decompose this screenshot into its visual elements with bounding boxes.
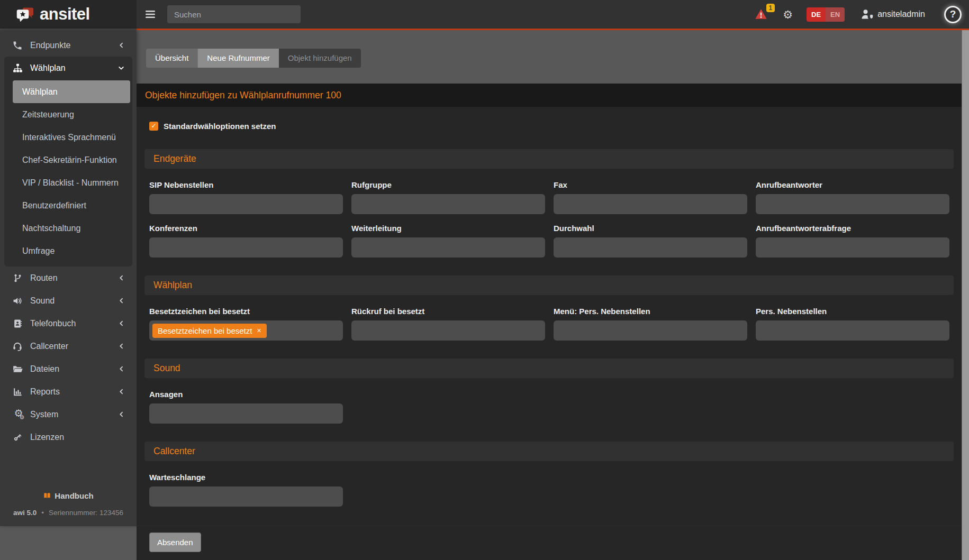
phone-icon xyxy=(12,40,23,51)
section-header-callcenter: Callcenter xyxy=(144,442,954,461)
gears-icon: ⚙⚙ xyxy=(12,408,23,420)
help-button[interactable]: ? xyxy=(944,6,962,23)
volume-icon xyxy=(12,296,23,306)
form-field: Anrufbeantworter xyxy=(756,180,949,214)
anrufbeantworter-input[interactable] xyxy=(756,194,949,214)
pers-nebenstellen-input[interactable] xyxy=(756,320,949,341)
form-field: Rückruf bei besetzt xyxy=(351,307,545,341)
sidebar-item-system[interactable]: ⚙⚙ System xyxy=(4,403,132,426)
form-field: Anrufbeantworterabfrage xyxy=(756,224,949,258)
form-field: Warteschlange xyxy=(149,473,343,507)
sidebar-submenu-waehlplan: Wählplan Zeitsteuerung Interaktives Spra… xyxy=(4,79,132,267)
hamburger-menu-icon[interactable] xyxy=(144,8,157,21)
key-icon xyxy=(12,432,23,443)
vertical-scrollbar[interactable] xyxy=(962,30,969,560)
sidebar-item-label: Wählplan xyxy=(30,63,66,73)
sidebar-item-label: Sound xyxy=(30,296,55,306)
sidebar-item-callcenter[interactable]: Callcenter xyxy=(4,335,132,357)
sidebar-subitem-nachtschaltung[interactable]: Nachtschaltung xyxy=(13,217,130,240)
tab-bar: Übersicht Neue Rufnummer Objekt hinzufüg… xyxy=(146,49,962,68)
sidebar-subitem-umfrage[interactable]: Umfrage xyxy=(13,240,130,262)
rufgruppe-input[interactable] xyxy=(351,194,545,214)
separator-dot: • xyxy=(41,509,44,517)
sidebar-subitem-chef-sekretaerin[interactable]: Chef-Sekretärin-Funktion xyxy=(13,149,130,171)
sidebar-subitem-zeitsteuerung[interactable]: Zeitsteuerung xyxy=(13,103,130,126)
sidebar-item-routen[interactable]: Routen xyxy=(4,267,132,289)
checkbox-checked-icon[interactable]: ✓ xyxy=(149,122,158,131)
language-option-en[interactable]: EN xyxy=(826,7,845,22)
sip-nebenstellen-input[interactable] xyxy=(149,194,343,214)
besetztzeichen-input[interactable]: Besetztzeichen bei besetzt × xyxy=(149,320,343,341)
sidebar-item-label: System xyxy=(30,410,58,419)
submenu-label: Interaktives Sprachmenü xyxy=(22,133,116,142)
weiterleitung-input[interactable] xyxy=(351,237,545,258)
address-book-icon xyxy=(12,318,23,329)
main-content: Übersicht Neue Rufnummer Objekt hinzufüg… xyxy=(137,30,962,560)
form-field: Fax xyxy=(554,180,747,214)
language-option-de[interactable]: DE xyxy=(807,7,826,22)
chat-bubbles-logo-icon xyxy=(16,6,35,22)
chevron-left-icon xyxy=(118,297,125,304)
top-navigation: 1 ⚙ DE EN ansiteladmin ? xyxy=(137,0,969,30)
sidebar-item-reports[interactable]: Reports xyxy=(4,380,132,403)
add-objects-panel: Objekte hinzufügen zu Wählplanrufnummer … xyxy=(137,84,962,560)
callcenter-fields: Warteschlange xyxy=(149,473,949,507)
submenu-label: Wählplan xyxy=(22,87,58,97)
sidebar-item-endpunkte[interactable]: Endpunkte xyxy=(4,34,132,57)
menue-pers-nebenstellen-input[interactable] xyxy=(554,320,747,341)
alerts-button[interactable]: 1 xyxy=(754,8,768,21)
chevron-left-icon xyxy=(118,343,125,350)
sidebar-subitem-benutzerdefiniert[interactable]: Benutzerdefiniert xyxy=(13,194,130,217)
field-label-menue-pers-nebenstellen: Menü: Pers. Nebenstellen xyxy=(554,307,747,316)
sound-fields: Ansagen xyxy=(149,390,949,424)
ansagen-input[interactable] xyxy=(149,403,343,424)
sidebar-footer: Handbuch awi 5.0 • Seriennummer: 123456 xyxy=(0,491,137,526)
sidebar-subitem-vip-blacklist[interactable]: VIP / Blacklist - Nummern xyxy=(13,171,130,194)
rueckruf-input[interactable] xyxy=(351,320,545,341)
brand-logo[interactable]: ansitel xyxy=(0,0,137,30)
chevron-left-icon xyxy=(118,42,125,49)
default-dial-options-checkbox-row[interactable]: ✓ Standardwähloptionen setzen xyxy=(149,121,949,131)
search-input[interactable] xyxy=(167,5,301,23)
form-field: Konferenzen xyxy=(149,224,343,258)
konferenzen-input[interactable] xyxy=(149,237,343,258)
user-menu[interactable]: ansiteladmin xyxy=(861,8,925,20)
submenu-label: Benutzerdefiniert xyxy=(22,201,86,210)
tag-remove-icon[interactable]: × xyxy=(257,327,261,334)
sidebar-subitem-waehlplan[interactable]: Wählplan xyxy=(13,80,130,103)
sidebar-item-sound[interactable]: Sound xyxy=(4,289,132,312)
tab-objekt-hinzufuegen[interactable]: Objekt hinzufügen xyxy=(279,49,361,68)
sidebar-navigation: Endpunkte xyxy=(0,30,137,526)
tab-uebersicht[interactable]: Übersicht xyxy=(146,49,197,68)
headset-icon xyxy=(12,341,23,352)
sidebar-item-dateien[interactable]: Dateien xyxy=(4,357,132,380)
field-label-pers-nebenstellen: Pers. Nebenstellen xyxy=(756,307,949,316)
field-label-konferenzen: Konferenzen xyxy=(149,224,343,233)
section-header-waehlplan: Wählplan xyxy=(144,276,954,295)
settings-gear-icon[interactable]: ⚙ xyxy=(783,9,793,20)
durchwahl-input[interactable] xyxy=(554,237,747,258)
panel-title: Objekte hinzufügen zu Wählplanrufnummer … xyxy=(137,84,962,107)
sidebar-subitem-interaktives-sprachmenue[interactable]: Interaktives Sprachmenü xyxy=(13,126,130,149)
language-toggle: DE EN xyxy=(807,7,845,22)
warteschlange-input[interactable] xyxy=(149,486,343,507)
sidebar-item-telefonbuch[interactable]: Telefonbuch xyxy=(4,312,132,335)
route-branch-icon xyxy=(12,273,23,283)
top-bar: ansitel 1 xyxy=(0,0,969,30)
submit-button[interactable]: Absenden xyxy=(149,533,201,552)
manual-link[interactable]: Handbuch xyxy=(43,491,93,500)
anrufbeantworterabfrage-input[interactable] xyxy=(756,237,949,258)
sidebar-item-label: Telefonbuch xyxy=(30,319,76,328)
tab-neue-rufnummer[interactable]: Neue Rufnummer xyxy=(197,49,278,68)
fax-input[interactable] xyxy=(554,194,747,214)
submenu-label: VIP / Blacklist - Nummern xyxy=(22,178,119,188)
sidebar-item-lizenzen[interactable]: Lizenzen xyxy=(4,426,132,448)
alert-count-badge: 1 xyxy=(766,4,775,12)
chevron-left-icon xyxy=(118,274,125,281)
sidebar-item-label: Dateien xyxy=(30,364,59,374)
sidebar-item-waehlplan[interactable]: Wählplan xyxy=(4,57,132,79)
waehlplan-fields: Besetztzeichen bei besetzt Besetztzeiche… xyxy=(149,307,949,341)
user-shield-icon xyxy=(861,8,873,20)
bar-chart-icon xyxy=(12,387,23,397)
panel-footer: Absenden xyxy=(137,526,962,560)
